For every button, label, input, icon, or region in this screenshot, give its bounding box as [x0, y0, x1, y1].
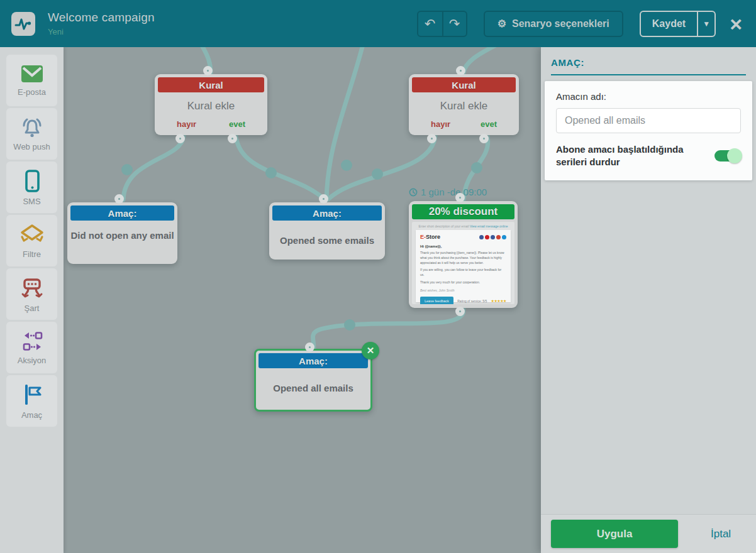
social-icon	[485, 235, 489, 239]
sidebar-item-sms[interactable]: SMS	[6, 162, 57, 213]
history-button-group: ↶ ↷	[417, 11, 467, 37]
preheader-text: Enter short description of your email	[419, 224, 469, 228]
node-email-discount[interactable]: 20% discount Enter short description of …	[409, 201, 518, 308]
yes-branch-label: evet	[229, 119, 245, 129]
sidebar-item-webpush[interactable]: Web push	[6, 108, 57, 160]
preheader-link: View email message online	[470, 224, 508, 228]
email-paragraph: Thank you for purchasing {{item_name}}. …	[420, 251, 506, 265]
app-logo	[11, 12, 35, 36]
connector-top[interactable]	[203, 66, 213, 75]
campaign-title: Welcome campaign	[48, 11, 155, 25]
close-button[interactable]: ×	[730, 13, 742, 35]
email-signature: Best wishes, John Smith	[420, 288, 506, 292]
connector-yes[interactable]	[479, 134, 489, 143]
node-rule-right[interactable]: Kural Kural ekle hayır evet	[409, 74, 519, 135]
element-sidebar: E-posta Web push SMS Filtre	[0, 47, 64, 553]
rating-stars: ★★★★★	[491, 298, 506, 303]
close-icon: ✕	[367, 345, 375, 356]
node-body: Opened all emails	[258, 382, 368, 395]
email-greeting: Hi {{name}},	[420, 244, 506, 248]
connector-no[interactable]	[427, 134, 436, 143]
save-label: Kaydet	[652, 18, 686, 30]
cancel-link[interactable]: İptal	[711, 528, 731, 540]
sidebar-item-goal[interactable]: Amaç	[6, 375, 57, 427]
sidebar-item-label: E-posta	[18, 87, 46, 97]
rating-label: Rating of service: 5/5	[457, 299, 487, 303]
sidebar-item-email[interactable]: E-posta	[6, 55, 57, 106]
node-body: Opened some emails	[272, 234, 382, 247]
clock-icon	[409, 188, 418, 197]
connector-top[interactable]	[456, 66, 465, 75]
pulse-icon	[14, 17, 32, 31]
email-preview: Enter short description of your email Vi…	[412, 222, 514, 304]
edge-dot	[121, 164, 133, 175]
condition-robot-icon	[19, 276, 45, 300]
flow-canvas[interactable]: Kural Kural ekle hayır evet Kural Kural …	[64, 47, 541, 553]
edge-dot	[471, 162, 482, 173]
node-header: Amaç:	[70, 205, 174, 221]
sidebar-item-label: Filtre	[23, 249, 41, 259]
sidebar-item-condition[interactable]: Şart	[6, 268, 57, 320]
feedback-button: Leave feedback	[420, 297, 453, 305]
edge-rule-left-yes-to-goal-some	[236, 136, 325, 199]
apply-button[interactable]: Uygula	[551, 520, 678, 548]
node-rule-left[interactable]: Kural Kural ekle hayır evet	[155, 74, 267, 135]
connector-top[interactable]	[319, 194, 328, 204]
email-paragraph: If you are willing, you can follow to le…	[420, 268, 506, 278]
toggle-knob	[727, 148, 742, 163]
rule-add-link[interactable]: Kural ekle	[158, 100, 264, 112]
panel-divider	[551, 74, 746, 75]
bell-icon	[19, 117, 45, 138]
undo-icon: ↶	[425, 16, 436, 31]
node-goal-not-opened[interactable]: Amaç: Did not open any email	[67, 202, 177, 264]
social-icon	[502, 235, 506, 239]
email-preheader: Enter short description of your email Vi…	[416, 224, 511, 228]
stop-series-toggle[interactable]	[714, 150, 741, 162]
sidebar-item-action[interactable]: Aksiyon	[6, 322, 57, 373]
node-header: Amaç:	[258, 353, 368, 368]
rule-add-link[interactable]: Kural ekle	[412, 100, 516, 112]
sidebar-item-label: SMS	[23, 197, 40, 206]
connector-bottom[interactable]	[455, 307, 465, 316]
redo-icon: ↷	[449, 16, 460, 31]
redo-button[interactable]: ↷	[442, 12, 466, 36]
goal-settings-panel: AMAÇ: Amacın adı: Abone amacı başlatıldı…	[541, 47, 756, 553]
remove-node-button[interactable]: ✕	[362, 342, 379, 359]
connector-top[interactable]	[305, 342, 314, 352]
edge-dot	[265, 167, 277, 178]
sidebar-item-label: Amaç	[21, 410, 42, 420]
goal-flag-icon	[19, 383, 45, 407]
action-icon	[19, 331, 45, 352]
node-header: Kural	[412, 77, 516, 92]
connector-top[interactable]	[455, 193, 465, 202]
node-header: 20% discount	[412, 204, 514, 219]
stop-series-label: Abone amacı başlatıldığında serileri dur…	[556, 143, 708, 169]
send-delay-text: 1 gün -de 09:00	[421, 187, 487, 197]
connector-top[interactable]	[114, 194, 124, 204]
node-goal-some[interactable]: Amaç: Opened some emails	[269, 202, 385, 260]
edge-dot	[372, 168, 383, 180]
panel-title: AMAÇ:	[551, 57, 746, 68]
sidebar-item-filter[interactable]: Filtre	[6, 215, 57, 266]
save-split-button: Kaydet ▼	[640, 11, 716, 37]
undo-button[interactable]: ↶	[418, 12, 442, 36]
node-header: Amaç:	[272, 205, 382, 221]
social-icon	[491, 235, 495, 239]
node-header: Kural	[158, 77, 264, 92]
save-button[interactable]: Kaydet	[641, 12, 697, 36]
email-paragraph: Thank you very much for your cooperation…	[420, 280, 506, 285]
save-dropdown-button[interactable]: ▼	[697, 12, 714, 36]
campaign-status: Yeni	[48, 27, 155, 36]
edge-dot	[341, 160, 352, 171]
send-delay-label: 1 gün -de 09:00	[409, 187, 487, 197]
social-icon	[479, 235, 484, 239]
node-goal-all-selected[interactable]: ✕ Amaç: Opened all emails	[254, 349, 372, 412]
no-branch-label: hayır	[431, 119, 450, 129]
chevron-down-icon: ▼	[703, 19, 710, 28]
goal-name-input[interactable]	[556, 108, 741, 133]
gear-icon: ⚙	[498, 18, 506, 30]
scenario-options-button[interactable]: ⚙ Senaryo seçenekleri	[484, 11, 623, 37]
connector-yes[interactable]	[228, 134, 237, 143]
sidebar-item-label: Şart	[25, 304, 40, 313]
connector-no[interactable]	[175, 134, 185, 143]
